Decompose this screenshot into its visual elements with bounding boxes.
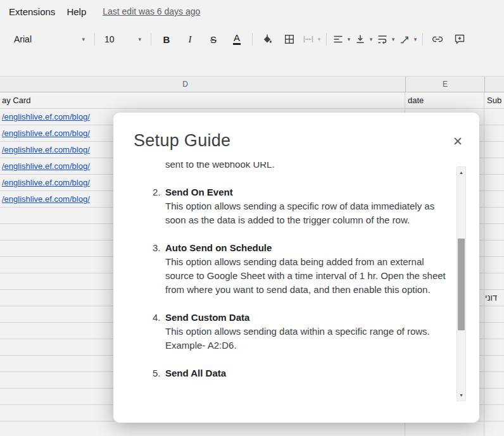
close-icon[interactable]: ✕ bbox=[453, 135, 463, 147]
guide-item-title: Auto Send on Schedule bbox=[165, 241, 454, 255]
dialog-title: Setup Guide bbox=[134, 129, 230, 152]
guide-item-send-all-data: 5. Send All Data bbox=[153, 366, 455, 380]
guide-item-auto-send: 3. Auto Send on Schedule This option all… bbox=[153, 241, 455, 297]
guide-item-send-on-event: 2. Send On Event This option allows send… bbox=[153, 185, 455, 227]
scroll-up-arrow-icon[interactable]: ▲ bbox=[457, 168, 465, 177]
guide-item-title: Send On Event bbox=[165, 185, 454, 199]
guide-item-body: This option allows sending a specific ro… bbox=[165, 199, 454, 227]
guide-item-body: This option allows sending data being ad… bbox=[165, 255, 454, 297]
guide-item-number: 4. bbox=[153, 311, 165, 352]
guide-item-send-custom-data: 4. Send Custom Data This option allows s… bbox=[153, 311, 455, 352]
setup-guide-dialog: Setup Guide ✕ sent to the webhook URL. 2… bbox=[113, 113, 479, 423]
guide-item-title: Send All Data bbox=[165, 366, 454, 380]
guide-item-number: 3. bbox=[153, 241, 165, 297]
guide-item-title: Send Custom Data bbox=[165, 311, 454, 325]
dialog-scrollbar[interactable]: ▲ ▼ bbox=[457, 166, 466, 401]
guide-item-number: 5. bbox=[153, 366, 165, 380]
scrollbar-thumb[interactable] bbox=[458, 239, 465, 330]
guide-item-number: 2. bbox=[153, 185, 165, 227]
scroll-down-arrow-icon[interactable]: ▼ bbox=[457, 390, 465, 400]
guide-item-body: This option allows sending data within a… bbox=[165, 325, 454, 352]
guide-clipped-line: sent to the webhook URL. bbox=[165, 162, 455, 171]
dialog-content: sent to the webhook URL. 2. Send On Even… bbox=[113, 162, 455, 405]
google-sheets-window: Extensions Help Last edit was 6 days ago… bbox=[0, 0, 504, 436]
